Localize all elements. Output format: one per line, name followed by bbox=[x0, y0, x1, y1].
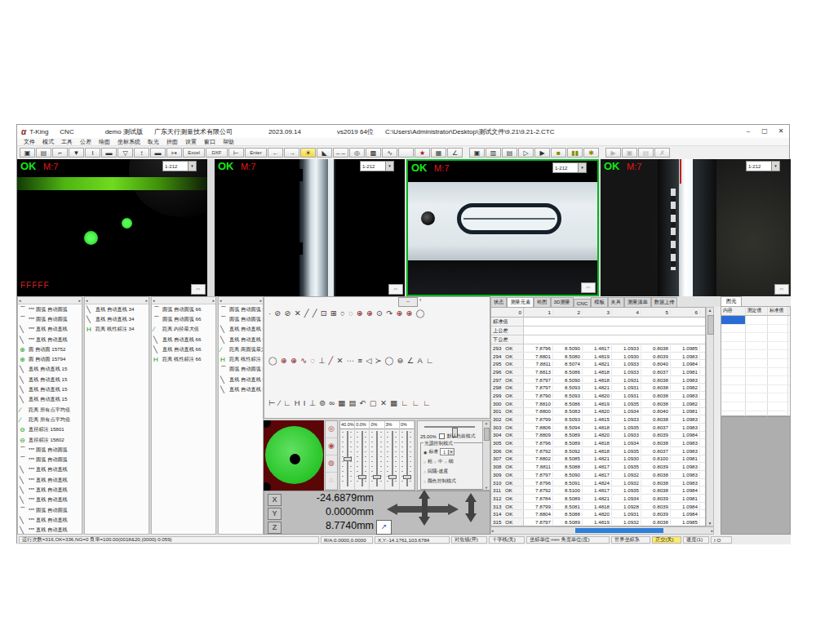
list-item[interactable]: ╲直线 自动直线 34 bbox=[85, 304, 149, 314]
list-item[interactable]: ╲直线 自动直线 34 bbox=[85, 314, 149, 324]
table-row[interactable]: 0123456 bbox=[491, 308, 705, 318]
default-mode-checkbox[interactable] bbox=[439, 433, 445, 439]
list-item[interactable]: ⌒*** 圆弧 自动圆弧 bbox=[18, 505, 82, 515]
list-item[interactable]: ⌒*** 圆弧 自动圆弧 bbox=[18, 455, 82, 464]
chevron-down-icon[interactable]: ▾ bbox=[578, 163, 586, 172]
measure-tool-icon[interactable]: ✕ bbox=[380, 398, 387, 407]
enter-button[interactable]: Enter bbox=[245, 148, 267, 158]
tab-绘图[interactable]: 绘图 bbox=[534, 297, 550, 307]
ring-light-icon[interactable]: ◍ bbox=[326, 455, 337, 473]
camera-view-3-selected[interactable]: OK M:7 1-212 ▾ ⇔ bbox=[406, 159, 599, 296]
measure-tool-icon[interactable]: ╱ bbox=[329, 356, 334, 365]
table-row[interactable]: 298OK7.87978.50931.48211.09310.80381.098… bbox=[491, 384, 705, 392]
table-row[interactable]: 标准值 bbox=[491, 318, 705, 326]
tab-CNC[interactable]: CNC bbox=[574, 299, 591, 307]
list-item[interactable]: H距离 线性标注 55 bbox=[219, 354, 263, 364]
measure-tool-icon[interactable]: ∟ bbox=[412, 398, 419, 407]
measure-tool-icon[interactable]: ⊕ bbox=[290, 356, 297, 365]
ruler-button[interactable]: ⌐ bbox=[52, 148, 68, 158]
list-item[interactable]: ⌒圆弧 自动圆弧 66 bbox=[152, 314, 215, 324]
menu-item[interactable]: 公差 bbox=[80, 138, 91, 146]
run-button[interactable]: ▶ bbox=[605, 148, 621, 158]
measure-tool-icon[interactable]: ✕ bbox=[295, 309, 301, 318]
table-vertical-scrollbar[interactable]: ▲▼ bbox=[706, 307, 714, 526]
table-row[interactable]: 314OK7.88048.50881.48201.09310.80391.098… bbox=[491, 510, 705, 518]
table-row[interactable]: 下公差 bbox=[491, 335, 705, 344]
measure-tool-icon[interactable]: ⊡ bbox=[321, 309, 327, 318]
table-row[interactable]: 315OK7.87978.50891.48191.09320.80381.098… bbox=[491, 518, 705, 526]
element-row[interactable] bbox=[721, 368, 790, 377]
resize-icon[interactable]: ⇔ bbox=[581, 282, 596, 293]
dither-button[interactable]: ▦ bbox=[431, 148, 446, 158]
measure-tool-icon[interactable]: ∕ bbox=[278, 398, 280, 407]
terrain-button[interactable]: ◣ bbox=[317, 148, 332, 158]
tab-element[interactable]: 图元 bbox=[721, 296, 742, 306]
measure-tool-icon[interactable]: ○ bbox=[340, 309, 345, 318]
measure-tool-icon[interactable]: ⊘ bbox=[274, 309, 281, 318]
chevron-down-icon[interactable]: ▾ bbox=[385, 162, 393, 171]
measure-tool-icon[interactable]: ▢ bbox=[370, 398, 377, 407]
list-scrollbar[interactable]: ◂▸ bbox=[219, 297, 263, 304]
measure-tool-icon[interactable]: ∞ bbox=[329, 398, 335, 407]
measure-tool-icon[interactable]: ⊚ bbox=[319, 398, 326, 407]
menu-item[interactable]: 坐标系统 bbox=[118, 138, 140, 146]
measure-tool-icon[interactable]: ↶ bbox=[360, 398, 366, 407]
scrollbar-thumb[interactable] bbox=[575, 528, 663, 533]
radio-icon[interactable]: ○ bbox=[434, 460, 437, 464]
camera-zoom-select[interactable]: 1-212 ▾ bbox=[746, 161, 780, 171]
close-button[interactable]: ✕ bbox=[773, 126, 789, 137]
measure-tool-icon[interactable]: ⊥ bbox=[309, 398, 316, 407]
measure-tool-icon[interactable]: ⊕ bbox=[406, 309, 413, 318]
measure-tool-icon[interactable]: ⊕ bbox=[281, 356, 287, 365]
measure-tool-icon[interactable]: ▦ bbox=[338, 398, 345, 407]
measure-tool-icon[interactable]: ◌ bbox=[310, 356, 315, 365]
measure-tool-icon[interactable]: H bbox=[295, 398, 300, 407]
measure-tool-icon[interactable]: ◯ bbox=[268, 356, 277, 365]
list-item[interactable]: ⌒圆弧 自动圆弧 55 bbox=[219, 314, 263, 324]
menu-item[interactable]: 取光 bbox=[148, 138, 159, 146]
tab-状态[interactable]: 状态 bbox=[490, 297, 507, 307]
table-row[interactable]: 306OK7.87928.50921.48181.09350.80371.098… bbox=[491, 447, 705, 455]
list-item[interactable]: H距离 线性标注 34 bbox=[85, 325, 149, 335]
list-item[interactable]: ⊖直径标注 15801 bbox=[18, 425, 82, 435]
measure-tool-icon[interactable]: ⊞ bbox=[330, 309, 337, 318]
list-item[interactable]: ╲直线 自动直线 55 bbox=[219, 375, 263, 384]
star-button[interactable]: ★ bbox=[415, 148, 430, 158]
list-item[interactable]: ╲直线 自动直线 15 bbox=[18, 384, 82, 394]
element-row[interactable] bbox=[721, 376, 790, 385]
measure-tool-icon[interactable]: ⊙ bbox=[376, 309, 383, 318]
light-button[interactable]: ☀ bbox=[300, 148, 316, 158]
list-item[interactable]: ⌒*** 圆弧 自动圆弧 bbox=[18, 445, 82, 455]
master-slider[interactable] bbox=[424, 426, 475, 428]
measure-tool-icon[interactable]: ∟ bbox=[426, 356, 433, 365]
list-item[interactable]: ╲直线 自动直线 55 bbox=[219, 335, 263, 344]
list-item[interactable]: ╲*** 直线 自动直线 bbox=[18, 335, 82, 344]
element-row[interactable] bbox=[721, 342, 790, 351]
camera-view-4[interactable]: OK M:7 1-212 ▾ ⇔ bbox=[601, 159, 791, 296]
measure-tool-icon[interactable]: ✕ bbox=[337, 356, 344, 365]
hatch-button[interactable]: ▩ bbox=[366, 148, 381, 158]
excel-export-button[interactable]: Excel bbox=[183, 148, 205, 158]
play-button[interactable]: ▷ bbox=[518, 148, 534, 158]
joystick-pad[interactable] bbox=[264, 420, 324, 491]
menu-item[interactable]: 帮助 bbox=[223, 138, 234, 146]
light-channel-slider[interactable]: 0.0% bbox=[355, 421, 370, 490]
menu-item[interactable]: 工具 bbox=[61, 138, 73, 146]
element-row[interactable] bbox=[721, 333, 790, 342]
arrow-left-button[interactable]: ← bbox=[268, 148, 283, 158]
list-item[interactable]: ∕距离 所有点平均值 bbox=[18, 405, 82, 415]
table-row[interactable]: 308OK7.88118.50881.48171.09350.80391.098… bbox=[491, 463, 705, 471]
list-item[interactable]: ⊖直径标注 15802 bbox=[18, 435, 82, 445]
list-item[interactable]: ╲直线 自动直线 55 bbox=[219, 325, 263, 335]
measure-tool-icon[interactable]: ⊕ bbox=[357, 309, 363, 318]
resize-icon[interactable]: ⇔ bbox=[388, 284, 403, 295]
table-row[interactable]: 312OK7.87848.50891.48211.09340.80391.098… bbox=[491, 495, 705, 503]
list-item[interactable]: ∕距离 所有点平均值 bbox=[18, 415, 82, 424]
list-item[interactable]: H距离 线性标注 66 bbox=[152, 354, 215, 364]
panel-scrollbar[interactable]: ▲▼ bbox=[482, 421, 490, 490]
chevron-down-icon[interactable]: ▾ bbox=[188, 162, 196, 171]
vertical-move-button[interactable]: ↕ bbox=[134, 148, 149, 158]
chevron-down-icon[interactable]: ▾ bbox=[771, 162, 779, 171]
table-row[interactable]: 297OK7.87978.50901.48181.09310.80381.098… bbox=[491, 376, 705, 384]
list-item[interactable]: ⊕圆 自动圆 15752 bbox=[18, 344, 82, 354]
